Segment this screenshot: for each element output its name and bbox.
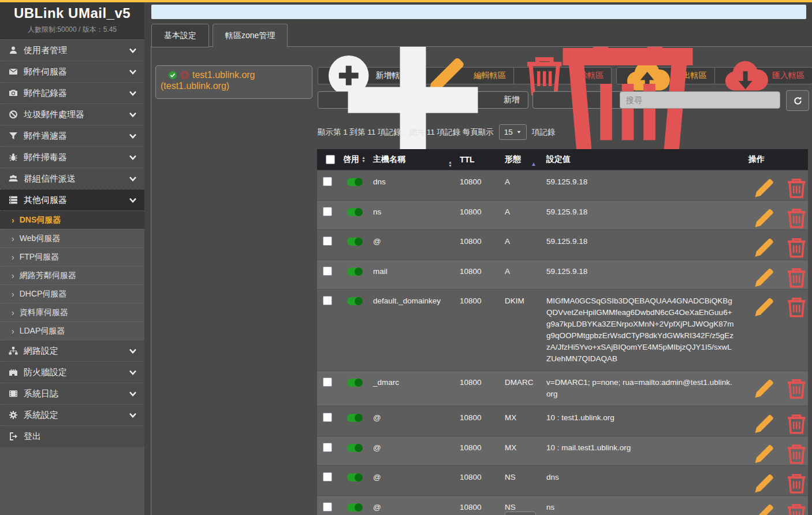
tab-basic-settings[interactable]: 基本設定	[151, 24, 209, 47]
globe-icon	[180, 71, 189, 80]
chevron-down-icon	[128, 410, 137, 420]
enable-toggle[interactable]	[347, 444, 363, 452]
enable-toggle[interactable]	[347, 473, 363, 481]
edit-record-button[interactable]	[753, 412, 776, 436]
edit-record-button[interactable]	[753, 472, 776, 495]
edit-record-button[interactable]	[753, 377, 776, 401]
table-row: @ 10800 NS dns	[317, 465, 808, 495]
delete-record-button[interactable]	[785, 206, 809, 230]
signout-icon	[7, 432, 20, 441]
column-header-enable[interactable]: 啓用▲▼	[340, 154, 370, 165]
search-input[interactable]	[620, 91, 780, 109]
delete-record-button[interactable]	[785, 176, 809, 200]
enable-toggle[interactable]	[347, 503, 363, 512]
table-row: @ 10800 MX 10 : mail.test1.ublink.org	[317, 436, 808, 466]
gears-icon	[7, 410, 20, 420]
server-icon	[7, 195, 20, 205]
column-header-hostname[interactable]: 主機名稱▲▼	[370, 154, 457, 165]
table-row: mail 10800 A 59.125.9.18	[317, 260, 808, 290]
enable-toggle[interactable]	[347, 268, 363, 276]
refresh-button[interactable]	[786, 90, 809, 111]
enable-toggle[interactable]	[347, 297, 363, 305]
row-checkbox[interactable]	[323, 177, 332, 186]
row-checkbox[interactable]	[323, 266, 332, 276]
select-all-checkbox[interactable]	[326, 155, 335, 164]
delete-record-button[interactable]	[785, 472, 809, 495]
enable-toggle[interactable]	[347, 178, 363, 186]
sidebar-item-mail-recorder[interactable]: 郵件記錄器	[0, 82, 144, 103]
cell-ttl: 10800	[457, 290, 502, 313]
zone-item-test1[interactable]: test1.ublink.org (test1.ublink.org)	[156, 66, 312, 96]
sidebar-item-user-management[interactable]: 使用者管理	[0, 39, 144, 61]
sidebar-subitem-network-neighborhood-server[interactable]: › 網路芳鄰伺服器	[0, 266, 144, 284]
sidebar-item-mail-antivirus[interactable]: 郵件掃毒器	[0, 146, 144, 168]
import-zone-button[interactable]: 匯入轄區	[714, 67, 812, 84]
cell-ttl: 10800	[457, 230, 502, 253]
edit-record-button[interactable]	[753, 206, 776, 230]
sidebar-item-system-settings[interactable]: 系統設定	[0, 404, 144, 425]
edit-record-button[interactable]	[753, 236, 776, 260]
pagination-prefix: 顯示第 1 到第 11 項記錄，總共 11 項記錄 每頁顯示	[318, 127, 494, 138]
edit-record-button[interactable]	[753, 295, 776, 319]
cell-type: DMARC	[502, 371, 543, 394]
enable-toggle[interactable]	[347, 238, 363, 246]
cell-ttl: 10800	[457, 201, 502, 224]
row-checkbox[interactable]	[323, 296, 332, 305]
sidebar-subitem-dns-server[interactable]: › DNS伺服器	[0, 210, 144, 229]
sidebar-item-mail-server[interactable]: 郵件伺服器	[0, 61, 144, 82]
row-checkbox[interactable]	[323, 236, 332, 246]
zone-management-panel: test1.ublink.org (test1.ublink.org) 新增轄區…	[151, 46, 812, 515]
edit-record-button[interactable]	[753, 502, 776, 515]
delete-record-button[interactable]	[785, 442, 809, 466]
row-checkbox[interactable]	[323, 472, 332, 481]
edit-record-button[interactable]	[753, 442, 776, 466]
sidebar-subitem-ftp-server[interactable]: › FTP伺服器	[0, 247, 144, 266]
delete-record-button[interactable]	[785, 295, 809, 319]
sidebar-item-spam-processor[interactable]: 垃圾郵件處理器	[0, 103, 144, 125]
enable-toggle[interactable]	[347, 208, 363, 216]
angle-right-icon: ›	[12, 271, 14, 280]
row-checkbox[interactable]	[323, 377, 332, 387]
sidebar-item-mail-filter[interactable]: 郵件過濾器	[0, 125, 144, 146]
sidebar-item-firewall-settings[interactable]: 防火牆設定	[0, 361, 144, 383]
column-header-type[interactable]: 形態▲	[502, 154, 543, 165]
chevron-down-icon	[128, 368, 137, 377]
delete-record-button[interactable]	[785, 236, 809, 260]
row-checkbox[interactable]	[323, 443, 332, 452]
delete-record-button[interactable]	[785, 412, 809, 436]
zone-list: test1.ublink.org (test1.ublink.org)	[155, 65, 312, 99]
main-area: 基本設定 轄區zone管理 test1.ublink.org (test1.ub…	[144, 2, 812, 515]
row-checkbox[interactable]	[323, 413, 332, 422]
delete-record-button[interactable]	[785, 502, 809, 515]
sidebar-subitem-web-server[interactable]: › Web伺服器	[0, 229, 144, 247]
add-record-button[interactable]: 新增	[318, 91, 528, 109]
bottom-page-size-dropdown[interactable]	[505, 512, 536, 515]
sidebar-item-system-log[interactable]: 系統日誌	[0, 383, 144, 404]
sidebar-subitem-ldap-server[interactable]: › LDAP伺服器	[0, 321, 144, 340]
row-checkbox[interactable]	[323, 207, 332, 216]
edit-record-button[interactable]	[753, 266, 776, 290]
notification-bar	[151, 5, 806, 19]
page-size-value: 15	[504, 128, 513, 136]
enable-toggle[interactable]	[347, 379, 363, 387]
sidebar-item-network-settings[interactable]: 網路設定	[0, 340, 144, 361]
cell-value: ns	[543, 496, 746, 515]
enable-toggle[interactable]	[347, 414, 363, 422]
edit-record-button[interactable]	[753, 176, 776, 200]
envelope-icon	[7, 67, 20, 76]
cell-hostname: @	[370, 496, 457, 515]
tab-zone-management[interactable]: 轄區zone管理	[213, 24, 288, 47]
row-checkbox[interactable]	[323, 502, 332, 512]
column-header-ttl[interactable]: TTL	[457, 155, 502, 164]
sidebar-subitem-database-server[interactable]: › 資料庫伺服器	[0, 303, 144, 321]
cell-ttl: 10800	[457, 406, 502, 429]
table-row: default._domainkey 10800 DKIM MIGfMA0GCS…	[317, 289, 808, 370]
sidebar-item-other-servers[interactable]: 其他伺服器	[0, 189, 144, 210]
sidebar-subitem-dhcp-server[interactable]: › DHCP伺服器	[0, 284, 144, 303]
page-size-dropdown[interactable]: 15	[499, 124, 527, 140]
sidebar-item-logout[interactable]: 登出	[0, 425, 144, 447]
chevron-down-icon	[128, 88, 137, 98]
sidebar-item-group-mail-delivery[interactable]: 群組信件派送	[0, 168, 144, 189]
delete-record-button[interactable]	[785, 266, 809, 290]
delete-record-button[interactable]	[785, 377, 809, 401]
